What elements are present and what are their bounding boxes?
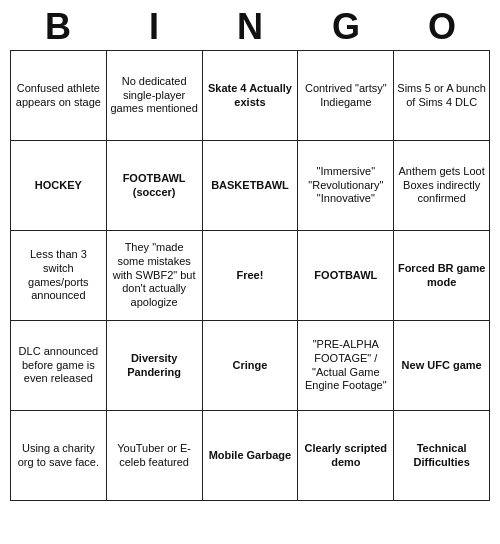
cell-r4-c4: Technical Difficulties — [394, 411, 490, 501]
cell-r2-c2: Free! — [202, 231, 298, 321]
cell-r3-c0: DLC announced before game is even releas… — [11, 321, 107, 411]
cell-r0-c4: Sims 5 or A bunch of Sims 4 DLC — [394, 51, 490, 141]
bingo-letter: O — [402, 6, 482, 48]
cell-r3-c4: New UFC game — [394, 321, 490, 411]
cell-r4-c2: Mobile Garbage — [202, 411, 298, 501]
cell-r2-c1: They "made some mistakes with SWBF2" but… — [106, 231, 202, 321]
bingo-title: BINGO — [10, 0, 490, 50]
cell-r0-c1: No dedicated single-player games mention… — [106, 51, 202, 141]
cell-r1-c2: BASKETBAWL — [202, 141, 298, 231]
bingo-letter: B — [18, 6, 98, 48]
cell-r1-c3: "Immersive" "Revolutionary" "Innovative" — [298, 141, 394, 231]
cell-r1-c4: Anthem gets Loot Boxes indirectly confir… — [394, 141, 490, 231]
cell-r3-c3: "PRE-ALPHA FOOTAGE" / "Actual Game Engin… — [298, 321, 394, 411]
cell-r3-c1: Diversity Pandering — [106, 321, 202, 411]
cell-r0-c2: Skate 4 Actually exists — [202, 51, 298, 141]
cell-r4-c3: Clearly scripted demo — [298, 411, 394, 501]
cell-r0-c0: Confused athlete appears on stage — [11, 51, 107, 141]
cell-r0-c3: Contrived "artsy" Indiegame — [298, 51, 394, 141]
bingo-letter: I — [114, 6, 194, 48]
bingo-grid: Confused athlete appears on stageNo dedi… — [10, 50, 490, 501]
cell-r2-c3: FOOTBAWL — [298, 231, 394, 321]
cell-r3-c2: Cringe — [202, 321, 298, 411]
cell-r1-c0: HOCKEY — [11, 141, 107, 231]
cell-r2-c0: Less than 3 switch games/ports announced — [11, 231, 107, 321]
cell-r4-c0: Using a charity org to save face. — [11, 411, 107, 501]
cell-r1-c1: FOOTBAWL (soccer) — [106, 141, 202, 231]
cell-r2-c4: Forced BR game mode — [394, 231, 490, 321]
cell-r4-c1: YouTuber or E-celeb featured — [106, 411, 202, 501]
bingo-letter: N — [210, 6, 290, 48]
bingo-letter: G — [306, 6, 386, 48]
